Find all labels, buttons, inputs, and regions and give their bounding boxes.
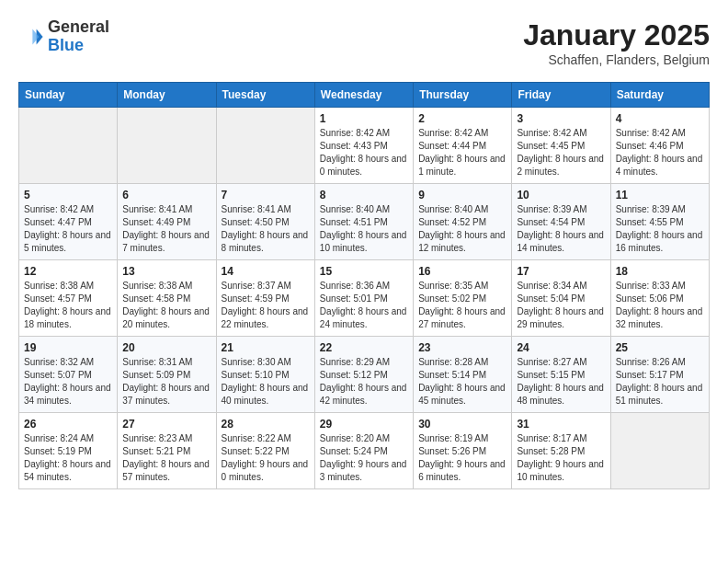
location: Schaffen, Flanders, Belgium <box>523 52 710 67</box>
calendar-cell: 6Sunrise: 8:41 AM Sunset: 4:49 PM Daylig… <box>118 184 216 260</box>
day-number: 22 <box>320 341 408 354</box>
day-info: Sunrise: 8:35 AM Sunset: 5:02 PM Dayligh… <box>418 280 506 331</box>
dow-header: Tuesday <box>216 83 314 108</box>
calendar-cell: 4Sunrise: 8:42 AM Sunset: 4:46 PM Daylig… <box>610 108 709 184</box>
dow-header: Wednesday <box>314 83 413 108</box>
calendar-week-row: 19Sunrise: 8:32 AM Sunset: 5:07 PM Dayli… <box>19 337 710 413</box>
day-number: 2 <box>418 112 506 125</box>
day-number: 16 <box>418 265 506 278</box>
calendar-cell: 7Sunrise: 8:41 AM Sunset: 4:50 PM Daylig… <box>216 184 314 260</box>
calendar-cell: 29Sunrise: 8:20 AM Sunset: 5:24 PM Dayli… <box>314 413 413 489</box>
calendar-table: SundayMondayTuesdayWednesdayThursdayFrid… <box>18 82 710 489</box>
page-header: General Blue January 2025 Schaffen, Flan… <box>18 18 710 67</box>
day-number: 13 <box>122 265 210 278</box>
calendar-cell: 24Sunrise: 8:27 AM Sunset: 5:15 PM Dayli… <box>512 337 610 413</box>
calendar-cell: 27Sunrise: 8:23 AM Sunset: 5:21 PM Dayli… <box>118 413 216 489</box>
logo-general: General <box>48 17 109 36</box>
day-info: Sunrise: 8:38 AM Sunset: 4:57 PM Dayligh… <box>24 280 112 331</box>
calendar-cell <box>610 413 709 489</box>
day-number: 29 <box>320 418 408 431</box>
calendar-cell: 8Sunrise: 8:40 AM Sunset: 4:51 PM Daylig… <box>314 184 413 260</box>
calendar-cell: 28Sunrise: 8:22 AM Sunset: 5:22 PM Dayli… <box>216 413 314 489</box>
dow-header: Thursday <box>414 83 512 108</box>
day-number: 7 <box>222 189 310 201</box>
calendar-cell: 9Sunrise: 8:40 AM Sunset: 4:52 PM Daylig… <box>414 184 512 260</box>
day-number: 31 <box>517 418 605 431</box>
logo-icon <box>18 24 44 50</box>
calendar-cell: 21Sunrise: 8:30 AM Sunset: 5:10 PM Dayli… <box>216 337 314 413</box>
day-number: 19 <box>24 341 112 354</box>
calendar-cell: 15Sunrise: 8:36 AM Sunset: 5:01 PM Dayli… <box>314 260 413 337</box>
day-number: 4 <box>616 112 704 125</box>
logo: General Blue <box>18 18 109 55</box>
day-info: Sunrise: 8:26 AM Sunset: 5:17 PM Dayligh… <box>616 356 704 408</box>
day-number: 1 <box>320 112 408 125</box>
day-number: 5 <box>24 189 112 201</box>
day-number: 12 <box>24 265 112 278</box>
day-number: 26 <box>24 418 112 431</box>
day-info: Sunrise: 8:39 AM Sunset: 4:55 PM Dayligh… <box>616 203 704 255</box>
day-info: Sunrise: 8:38 AM Sunset: 4:58 PM Dayligh… <box>122 280 210 331</box>
calendar-cell: 30Sunrise: 8:19 AM Sunset: 5:26 PM Dayli… <box>414 413 512 489</box>
calendar-cell: 31Sunrise: 8:17 AM Sunset: 5:28 PM Dayli… <box>512 413 610 489</box>
calendar-cell: 10Sunrise: 8:39 AM Sunset: 4:54 PM Dayli… <box>512 184 610 260</box>
calendar-cell: 1Sunrise: 8:42 AM Sunset: 4:43 PM Daylig… <box>314 108 413 184</box>
calendar-cell: 18Sunrise: 8:33 AM Sunset: 5:06 PM Dayli… <box>610 260 709 337</box>
calendar-cell: 2Sunrise: 8:42 AM Sunset: 4:44 PM Daylig… <box>414 108 512 184</box>
logo-blue: Blue <box>48 36 84 54</box>
day-number: 25 <box>616 341 704 354</box>
day-info: Sunrise: 8:28 AM Sunset: 5:14 PM Dayligh… <box>418 356 506 408</box>
day-number: 28 <box>222 418 310 431</box>
month-year: January 2025 <box>523 18 710 52</box>
calendar-cell: 3Sunrise: 8:42 AM Sunset: 4:45 PM Daylig… <box>512 108 610 184</box>
calendar-cell: 16Sunrise: 8:35 AM Sunset: 5:02 PM Dayli… <box>414 260 512 337</box>
dow-header: Monday <box>118 83 216 108</box>
calendar-week-row: 12Sunrise: 8:38 AM Sunset: 4:57 PM Dayli… <box>19 260 710 337</box>
day-info: Sunrise: 8:22 AM Sunset: 5:22 PM Dayligh… <box>222 432 310 484</box>
calendar-week-row: 5Sunrise: 8:42 AM Sunset: 4:47 PM Daylig… <box>19 184 710 260</box>
calendar-cell: 19Sunrise: 8:32 AM Sunset: 5:07 PM Dayli… <box>19 337 118 413</box>
day-number: 14 <box>222 265 310 278</box>
calendar-cell: 11Sunrise: 8:39 AM Sunset: 4:55 PM Dayli… <box>610 184 709 260</box>
day-info: Sunrise: 8:41 AM Sunset: 4:49 PM Dayligh… <box>122 203 210 255</box>
day-info: Sunrise: 8:40 AM Sunset: 4:51 PM Dayligh… <box>320 203 408 255</box>
day-info: Sunrise: 8:20 AM Sunset: 5:24 PM Dayligh… <box>320 432 408 484</box>
calendar-cell: 12Sunrise: 8:38 AM Sunset: 4:57 PM Dayli… <box>19 260 118 337</box>
calendar-cell: 14Sunrise: 8:37 AM Sunset: 4:59 PM Dayli… <box>216 260 314 337</box>
day-info: Sunrise: 8:34 AM Sunset: 5:04 PM Dayligh… <box>517 280 605 331</box>
day-info: Sunrise: 8:33 AM Sunset: 5:06 PM Dayligh… <box>616 280 704 331</box>
day-number: 17 <box>517 265 605 278</box>
day-number: 9 <box>418 189 506 201</box>
day-info: Sunrise: 8:42 AM Sunset: 4:47 PM Dayligh… <box>24 203 112 255</box>
day-info: Sunrise: 8:24 AM Sunset: 5:19 PM Dayligh… <box>24 432 112 484</box>
day-number: 23 <box>418 341 506 354</box>
day-info: Sunrise: 8:29 AM Sunset: 5:12 PM Dayligh… <box>320 356 408 408</box>
day-info: Sunrise: 8:31 AM Sunset: 5:09 PM Dayligh… <box>122 356 210 408</box>
calendar-cell <box>19 108 118 184</box>
day-number: 27 <box>122 418 210 431</box>
calendar-cell: 17Sunrise: 8:34 AM Sunset: 5:04 PM Dayli… <box>512 260 610 337</box>
calendar-body: 1Sunrise: 8:42 AM Sunset: 4:43 PM Daylig… <box>19 108 710 489</box>
day-number: 24 <box>517 341 605 354</box>
calendar-cell: 13Sunrise: 8:38 AM Sunset: 4:58 PM Dayli… <box>118 260 216 337</box>
day-info: Sunrise: 8:42 AM Sunset: 4:44 PM Dayligh… <box>418 127 506 178</box>
day-info: Sunrise: 8:40 AM Sunset: 4:52 PM Dayligh… <box>418 203 506 255</box>
day-number: 3 <box>517 112 605 125</box>
day-info: Sunrise: 8:41 AM Sunset: 4:50 PM Dayligh… <box>222 203 310 255</box>
day-info: Sunrise: 8:19 AM Sunset: 5:26 PM Dayligh… <box>418 432 506 484</box>
calendar-cell: 26Sunrise: 8:24 AM Sunset: 5:19 PM Dayli… <box>19 413 118 489</box>
calendar-week-row: 26Sunrise: 8:24 AM Sunset: 5:19 PM Dayli… <box>19 413 710 489</box>
calendar-cell <box>216 108 314 184</box>
days-of-week-row: SundayMondayTuesdayWednesdayThursdayFrid… <box>19 83 710 108</box>
calendar-week-row: 1Sunrise: 8:42 AM Sunset: 4:43 PM Daylig… <box>19 108 710 184</box>
day-number: 30 <box>418 418 506 431</box>
day-info: Sunrise: 8:17 AM Sunset: 5:28 PM Dayligh… <box>517 432 605 484</box>
day-info: Sunrise: 8:37 AM Sunset: 4:59 PM Dayligh… <box>222 280 310 331</box>
day-info: Sunrise: 8:27 AM Sunset: 5:15 PM Dayligh… <box>517 356 605 408</box>
day-info: Sunrise: 8:23 AM Sunset: 5:21 PM Dayligh… <box>122 432 210 484</box>
title-block: January 2025 Schaffen, Flanders, Belgium <box>523 18 710 67</box>
day-info: Sunrise: 8:30 AM Sunset: 5:10 PM Dayligh… <box>222 356 310 408</box>
day-number: 8 <box>320 189 408 201</box>
day-number: 18 <box>616 265 704 278</box>
day-info: Sunrise: 8:42 AM Sunset: 4:45 PM Dayligh… <box>517 127 605 178</box>
